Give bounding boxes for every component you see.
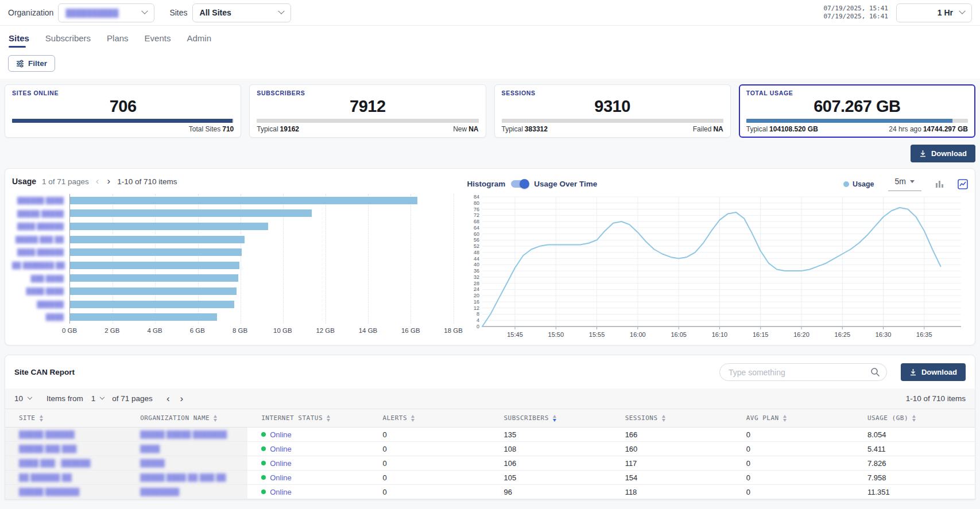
column-header-usage-gb-[interactable]: USAGE (GB) [854,414,975,422]
sort-arrows-icon[interactable] [327,415,330,422]
internet-status-link[interactable]: Online [261,488,292,496]
column-header-organization-name[interactable]: ORGANIZATION NAME [126,414,247,422]
column-header-subscribers[interactable]: SUBSCRIBERS [490,414,611,422]
sort-arrows-icon[interactable] [214,415,217,422]
bar-chart-site-label[interactable]: ██████ [12,298,69,311]
usage-over-time-chart: 15:4515:5015:5516:0016:0516:1016:1516:20… [462,195,968,339]
line-chart-view-button[interactable] [958,179,968,189]
bar-chart-site-label[interactable]: ██ ███████ ██ [12,259,69,272]
internet-status-link[interactable]: Online [261,459,292,468]
cell-internet-status: Online [247,485,369,499]
tab-subscribers[interactable]: Subscribers [45,26,91,50]
cell-internet-status: Online [247,456,369,470]
bar-chart-site-label[interactable]: ██████ ████ [12,194,69,207]
bar-chart-site-label[interactable]: ████ ██████ [12,220,69,233]
bar-chart-view-button[interactable] [935,180,944,188]
cell-subscribers: 135 [490,428,611,441]
bar-chart-site-label[interactable]: █████ █████ [12,207,69,220]
cell-sessions: 117 [611,456,733,470]
time-start: 07/19/2025, 15:41 [823,5,888,13]
sites-select[interactable]: All Sites [192,3,291,22]
tab-plans[interactable]: Plans [107,26,129,50]
usage-bar [70,262,239,269]
bar-chart-row [70,194,454,207]
column-header-sessions[interactable]: SESSIONS [611,414,733,422]
usage-bar-chart: ██████ █████████ █████████ ███████████ █… [12,194,454,324]
tab-sites[interactable]: Sites [9,26,29,50]
stat-card-sessions[interactable]: SESSIONS 9310 Typical383312 FailedNA [494,84,731,138]
stat-card-subscribers[interactable]: SUBSCRIBERS 7912 Typical19162 NewNA [249,84,486,138]
filter-button[interactable]: Filter [8,55,55,72]
stat-label: SESSIONS [502,90,723,96]
site-link[interactable]: █████ ██████ [19,430,75,438]
interval-select[interactable]: 5m [888,177,921,191]
bar-chart-row [70,207,454,220]
search-icon[interactable] [870,367,880,379]
stat-card-sites-online[interactable]: SITES ONLINE 706 Total Sites710 [5,84,241,138]
legend-usage[interactable]: Usage [843,180,874,188]
cell-avg-plan: 0 [733,485,854,499]
stat-footer-right: NewNA [453,125,478,133]
internet-status-link[interactable]: Online [261,430,292,439]
svg-text:40: 40 [474,262,479,267]
histogram-usage-toggle[interactable] [511,180,528,188]
cell-subscribers: 105 [490,471,611,484]
svg-text:15:55: 15:55 [588,331,605,338]
column-header-site[interactable]: SITE [5,414,126,422]
stat-card-total-usage[interactable]: TOTAL USAGE 607.267 GB Typical104108.520… [739,84,975,138]
search-input[interactable] [719,363,887,381]
sort-arrows-icon[interactable] [783,415,787,422]
bar-chart-site-label[interactable]: ████ ██████ [12,246,69,259]
organization-select[interactable]: ██████████ [58,3,154,22]
chevron-down-icon [142,8,148,14]
tab-events[interactable]: Events [145,26,171,50]
cell-sessions: 166 [611,428,733,441]
internet-status-link[interactable]: Online [261,445,292,453]
download-button[interactable]: Download [911,145,975,162]
next-page-chevron[interactable]: › [106,177,112,185]
sort-arrows-icon[interactable] [40,415,43,422]
time-range-select[interactable]: 1 Hr [896,3,972,22]
prev-page-chevron[interactable]: ‹ [165,395,171,403]
bar-chart-site-label[interactable]: █████ ███ ██ [12,233,69,246]
next-page-chevron[interactable]: › [179,395,185,403]
svg-text:84: 84 [474,195,479,200]
svg-text:16:00: 16:00 [630,331,646,338]
bar-chart-site-label[interactable]: ███ ████ [12,272,69,285]
organization-link[interactable]: █████ [140,459,165,467]
site-link[interactable]: ████ ███ - ██████ [19,459,91,467]
page-number-select[interactable]: 1 [91,394,104,403]
bar-chart-site-label[interactable]: ████ ████ [12,285,69,298]
bar-chart-site-label[interactable]: ████ [12,310,69,324]
site-link[interactable]: █████ ███ ███ [19,445,76,453]
stat-progress-bar [12,119,234,123]
site-link[interactable]: ██ ██████ ██ [19,473,72,481]
table-body: █████ ███████████ █████ ███████Online013… [5,428,975,499]
usage-bar [70,197,417,204]
sort-arrows-icon[interactable] [553,415,556,422]
report-download-button[interactable]: Download [901,363,966,381]
report-search [719,363,887,381]
column-header-alerts[interactable]: ALERTS [369,414,490,422]
organization-link[interactable]: ████████ [140,488,179,496]
column-header-internet-status[interactable]: INTERNET STATUS [247,414,369,422]
organization-link[interactable]: ████ [140,445,160,453]
organization-link[interactable]: █████ █████ ███████ [140,430,227,438]
usage-bar [70,248,242,256]
table-row: █████ ███████████ █████ ███████Online013… [5,428,975,442]
sort-arrows-icon[interactable] [662,415,665,422]
tab-admin[interactable]: Admin [187,26,211,50]
stat-footer-left: Typical104108.520 GB [746,125,818,133]
column-header-avg-plan[interactable]: AVG PLAN [733,414,854,422]
bar-chart-x-tick-label: 16 GB [401,327,420,334]
svg-text:15:45: 15:45 [507,331,523,338]
prev-page-chevron[interactable]: ‹ [95,177,100,185]
sort-arrows-icon[interactable] [411,415,415,422]
cell-usage-gb: 8.054 [854,428,975,441]
page-size-select[interactable]: 10 [14,394,32,403]
download-button-label: Download [921,368,957,376]
internet-status-link[interactable]: Online [261,473,292,482]
site-link[interactable]: █████ ███████ [19,488,79,496]
organization-link[interactable]: █████ ████ ██ ███ ██ [140,473,226,481]
sort-arrows-icon[interactable] [912,415,916,422]
